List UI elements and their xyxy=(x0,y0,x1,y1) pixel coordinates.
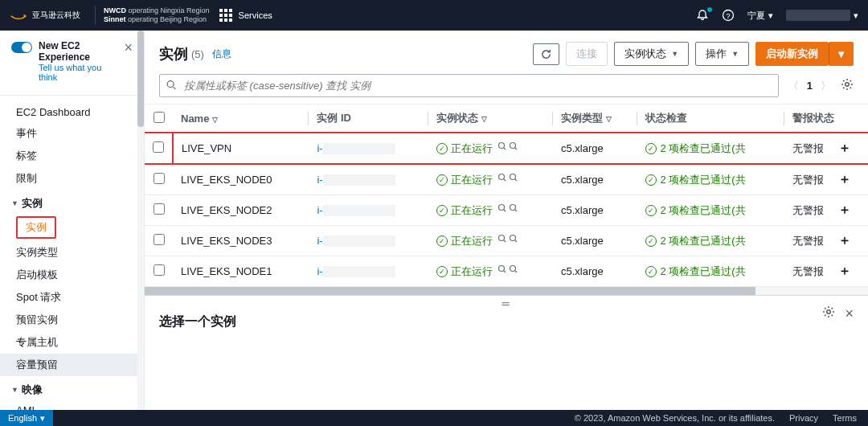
cell-alarm: 无警报 ＋ xyxy=(784,195,868,226)
brand-text: 亚马逊云科技 xyxy=(32,10,80,21)
caret-down-icon: ▼ xyxy=(836,48,846,60)
sidebar-item-instances[interactable]: 实例 xyxy=(16,216,56,239)
cell-name: LIVE_EKS_NODE0 xyxy=(173,164,309,195)
sidebar-item-instance-types[interactable]: 实例类型 xyxy=(0,241,144,264)
close-banner-button[interactable]: × xyxy=(124,40,133,55)
state-filter-icons[interactable] xyxy=(497,173,518,182)
row-checkbox[interactable] xyxy=(154,203,165,215)
state-filter-icons[interactable] xyxy=(497,264,518,274)
state-filter-icons[interactable] xyxy=(497,203,518,213)
sidebar-item-tags[interactable]: 标签 xyxy=(0,145,144,167)
info-link[interactable]: 信息 xyxy=(212,47,231,61)
cell-type: c5.xlarge xyxy=(553,226,637,256)
services-menu[interactable]: Services xyxy=(219,9,272,22)
notifications-button[interactable] xyxy=(696,9,709,22)
sort-icon: ▽ xyxy=(606,115,612,123)
cell-instance-id[interactable]: i- xyxy=(309,164,428,195)
add-alarm-button[interactable]: ＋ xyxy=(838,141,851,154)
cell-state: ✓正在运行 xyxy=(428,164,553,195)
gear-icon xyxy=(822,305,835,318)
row-checkbox[interactable] xyxy=(154,234,165,245)
pane-close-button[interactable]: × xyxy=(845,305,854,322)
cell-alarm: 无警报 ＋ xyxy=(784,164,868,195)
scroll-thumb[interactable] xyxy=(145,287,755,295)
redacted-id xyxy=(323,205,395,216)
svg-point-5 xyxy=(510,142,516,148)
privacy-link[interactable]: Privacy xyxy=(789,413,818,423)
table-row[interactable]: LIVE_EKS_NODE1i-✓正在运行c5.xlarge✓2 项检查已通过(… xyxy=(145,256,868,287)
search-input[interactable] xyxy=(159,74,779,97)
cell-status-check: ✓2 项检查已通过(共 xyxy=(637,133,784,164)
table-row[interactable]: LIVE_EKS_NODE3i-✓正在运行c5.xlarge✓2 项检查已通过(… xyxy=(145,226,868,256)
table-row[interactable]: LIVE_EKS_NODE0i-✓正在运行c5.xlarge✓2 项检查已通过(… xyxy=(145,164,868,195)
actions-button[interactable]: 操作▼ xyxy=(695,42,749,66)
col-name[interactable]: Name▽ xyxy=(173,104,309,133)
pane-drag-handle[interactable]: ═ xyxy=(502,297,510,309)
horizontal-scrollbar[interactable] xyxy=(145,287,868,295)
add-alarm-button[interactable]: ＋ xyxy=(838,172,851,186)
state-filter-icons[interactable] xyxy=(497,234,518,244)
col-instance-id[interactable]: 实例 ID xyxy=(309,104,428,133)
row-checkbox[interactable] xyxy=(153,141,164,153)
aws-logo-icon xyxy=(10,9,27,22)
svg-point-10 xyxy=(499,235,505,240)
col-status-check[interactable]: 状态检查 xyxy=(637,104,784,133)
col-state[interactable]: 实例状态▽ xyxy=(428,104,553,133)
sidebar-group-instances[interactable]: ▼实例 xyxy=(0,190,144,214)
row-checkbox[interactable] xyxy=(154,264,165,276)
terms-link[interactable]: Terms xyxy=(833,413,857,423)
add-alarm-button[interactable]: ＋ xyxy=(838,203,851,216)
prev-page-button[interactable]: 〈 xyxy=(788,79,799,93)
sidebar-item-dedicated[interactable]: 专属主机 xyxy=(0,331,144,354)
table-row[interactable]: LIVE_EKS_NODE2i-✓正在运行c5.xlarge✓2 项检查已通过(… xyxy=(145,195,868,226)
sidebar-item-spot[interactable]: Spot 请求 xyxy=(0,286,144,309)
col-alarm[interactable]: 警报状态 xyxy=(784,104,868,133)
cell-instance-id[interactable]: i- xyxy=(309,226,428,256)
caret-down-icon: ▼ xyxy=(11,199,18,207)
col-type[interactable]: 实例类型▽ xyxy=(553,104,637,133)
services-label: Services xyxy=(239,10,272,20)
select-all-checkbox[interactable] xyxy=(154,112,165,123)
cell-instance-id[interactable]: i- xyxy=(309,195,428,226)
pane-settings-button[interactable] xyxy=(822,305,835,322)
region-selector[interactable]: 宁夏 ▾ xyxy=(747,10,773,22)
help-icon: ? xyxy=(722,9,735,22)
sidebar-item-events[interactable]: 事件 xyxy=(0,122,144,145)
sidebar-scrollthumb[interactable] xyxy=(137,31,144,127)
caret-down-icon: ▼ xyxy=(671,50,678,58)
sidebar-item-reserved[interactable]: 预留实例 xyxy=(0,309,144,331)
status-ok-icon: ✓ xyxy=(645,174,657,186)
next-page-button[interactable]: 〉 xyxy=(821,79,831,93)
new-experience-link[interactable]: Tell us what you think xyxy=(39,63,117,82)
svg-point-12 xyxy=(499,265,505,271)
chevron-down-icon: ▾ xyxy=(854,10,858,21)
sidebar-item-launch-templates[interactable]: 启动模板 xyxy=(0,264,144,286)
instance-state-button[interactable]: 实例状态▼ xyxy=(614,42,689,66)
instance-count: (5) xyxy=(191,48,204,60)
connect-button[interactable]: 连接 xyxy=(566,42,608,66)
refresh-button[interactable] xyxy=(533,43,559,65)
table-settings-button[interactable] xyxy=(841,78,854,93)
help-button[interactable]: ? xyxy=(722,9,735,22)
sidebar-item-capacity[interactable]: 容量预留 xyxy=(0,354,144,376)
add-alarm-button[interactable]: ＋ xyxy=(838,264,851,277)
state-filter-icons[interactable] xyxy=(497,141,518,151)
sidebar-item-ami[interactable]: AMI xyxy=(0,400,144,410)
language-selector[interactable]: English▾ xyxy=(0,410,53,426)
sidebar-item-limits[interactable]: 限制 xyxy=(0,167,144,190)
launch-instance-button[interactable]: 启动新实例 xyxy=(755,42,829,66)
caret-down-icon: ▼ xyxy=(11,386,18,394)
sidebar-item-dashboard[interactable]: EC2 Dashboard xyxy=(0,102,144,122)
logo-block[interactable]: 亚马逊云科技 xyxy=(10,9,80,22)
cell-instance-id[interactable]: i- xyxy=(309,133,428,164)
new-experience-toggle[interactable] xyxy=(11,42,32,53)
table-row[interactable]: LIVE_VPNi-✓正在运行c5.xlarge✓2 项检查已通过(共无警报 ＋… xyxy=(145,133,868,164)
row-checkbox[interactable] xyxy=(154,173,165,184)
sidebar-group-images[interactable]: ▼映像 xyxy=(0,376,144,400)
caret-down-icon: ▼ xyxy=(731,50,739,58)
new-experience-banner: New EC2 Experience Tell us what you thin… xyxy=(0,40,144,92)
account-menu[interactable]: ▾ xyxy=(786,10,858,21)
add-alarm-button[interactable]: ＋ xyxy=(838,233,851,247)
launch-instance-dropdown[interactable]: ▼ xyxy=(829,42,854,66)
cell-instance-id[interactable]: i- xyxy=(309,256,428,287)
